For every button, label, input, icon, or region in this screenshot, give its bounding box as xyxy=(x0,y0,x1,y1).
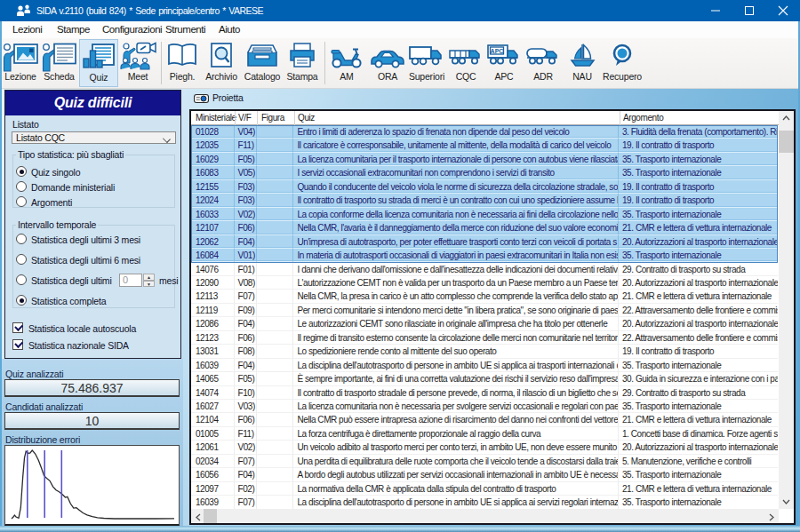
svg-text:APC: APC xyxy=(491,48,504,54)
